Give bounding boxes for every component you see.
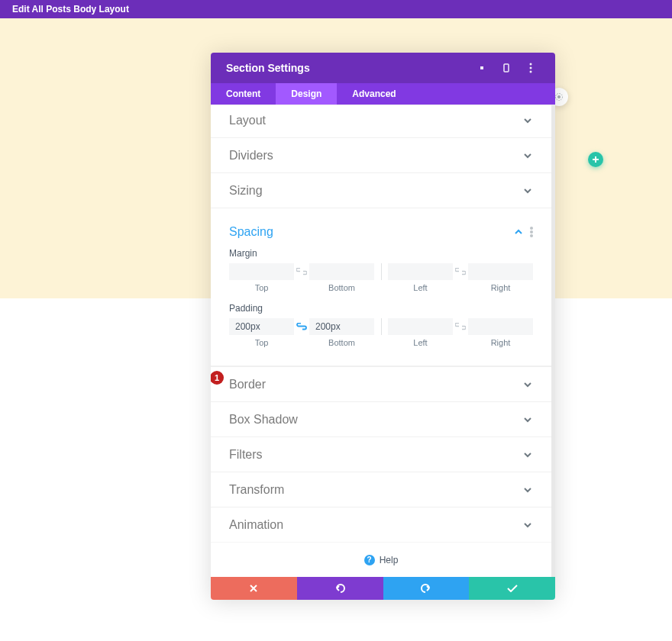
svg-point-5 — [530, 67, 532, 69]
padding-label: Padding — [229, 303, 533, 314]
margin-top-input[interactable] — [229, 263, 294, 280]
help-label: Help — [380, 555, 399, 565]
accordion-filters[interactable]: Filters — [211, 436, 551, 472]
spacing-panel: Margin — [211, 242, 551, 366]
chevron-down-icon — [522, 449, 533, 460]
chevron-down-icon — [522, 379, 533, 390]
scrollbar[interactable] — [551, 105, 555, 577]
caption-left: Left — [388, 338, 453, 347]
svg-rect-2 — [480, 66, 483, 69]
padding-bottom-input[interactable] — [309, 318, 374, 335]
padding-left-input[interactable] — [388, 318, 453, 335]
undo-button[interactable] — [297, 577, 383, 600]
separator — [374, 318, 388, 335]
padding-top-input[interactable] — [229, 318, 294, 335]
accordion-box-shadow[interactable]: Box Shadow — [211, 401, 551, 436]
accordion-label: Transform — [229, 483, 522, 497]
undo-icon — [334, 583, 345, 594]
svg-point-6 — [530, 71, 532, 73]
accordion-label: Layout — [229, 114, 522, 127]
accordion-spacing[interactable]: Spacing — [211, 208, 551, 242]
caption-top: Top — [229, 283, 294, 292]
accordion-label: Sizing — [229, 184, 522, 198]
margin-left-input[interactable] — [388, 263, 453, 280]
margin-label: Margin — [229, 248, 533, 259]
save-button[interactable] — [469, 577, 555, 600]
chevron-down-icon — [522, 150, 533, 161]
fullscreen-icon[interactable] — [473, 59, 491, 77]
close-icon — [250, 585, 257, 592]
accordion-label: Filters — [229, 448, 522, 462]
caption-right: Right — [468, 338, 533, 347]
accordion-label: Spacing — [229, 225, 513, 239]
help-row[interactable]: ? Help — [211, 542, 551, 577]
chevron-down-icon — [522, 185, 533, 196]
caption-top: Top — [229, 338, 294, 347]
tab-content[interactable]: Content — [211, 83, 276, 105]
chevron-down-icon — [522, 414, 533, 425]
modal-tabs: Content Design Advanced — [211, 83, 555, 105]
redo-icon — [421, 583, 431, 594]
cancel-button[interactable] — [211, 577, 297, 600]
accordion-transform[interactable]: Transform — [211, 472, 551, 507]
add-section-fab[interactable] — [588, 152, 603, 167]
accordion-border[interactable]: Border — [211, 366, 551, 401]
accordion-label: Border — [229, 378, 522, 391]
chevron-down-icon — [522, 115, 533, 126]
chevron-up-icon — [513, 227, 524, 237]
tab-design[interactable]: Design — [276, 83, 337, 105]
caption-right: Right — [468, 283, 533, 292]
margin-bottom-input[interactable] — [309, 263, 374, 280]
accordion-label: Box Shadow — [229, 413, 522, 427]
caption-left: Left — [388, 283, 453, 292]
responsive-icon[interactable] — [497, 59, 515, 77]
admin-top-bar: Edit All Posts Body Layout — [0, 0, 672, 18]
tab-advanced[interactable]: Advanced — [337, 83, 411, 105]
svg-point-0 — [557, 95, 561, 98]
modal-header: Section Settings — [211, 53, 555, 83]
accordion-options-icon[interactable] — [530, 227, 533, 237]
link-icon[interactable] — [295, 318, 309, 335]
accordion-sizing[interactable]: Sizing — [211, 172, 551, 208]
caption-bottom: Bottom — [309, 283, 374, 292]
link-icon[interactable] — [454, 318, 467, 335]
padding-right-input[interactable] — [468, 318, 533, 335]
accordion-label: Dividers — [229, 149, 522, 163]
svg-point-4 — [530, 63, 532, 66]
separator — [374, 263, 388, 280]
section-settings-modal: Section Settings Content Design Advanced… — [211, 53, 555, 600]
accordion-layout[interactable]: Layout — [211, 105, 551, 137]
accordion-label: Animation — [229, 518, 522, 532]
margin-right-input[interactable] — [468, 263, 533, 280]
help-icon: ? — [364, 555, 375, 565]
accordion-animation[interactable]: Animation — [211, 507, 551, 542]
chevron-down-icon — [522, 485, 533, 495]
svg-rect-3 — [504, 64, 509, 72]
accordion-dividers[interactable]: Dividers — [211, 137, 551, 172]
caption-bottom: Bottom — [309, 338, 374, 347]
page-title: Edit All Posts Body Layout — [12, 4, 129, 14]
modal-title: Section Settings — [226, 62, 467, 74]
link-icon[interactable] — [454, 263, 467, 280]
check-icon — [507, 585, 518, 592]
chevron-down-icon — [522, 520, 533, 530]
link-icon[interactable] — [295, 263, 309, 280]
redo-button[interactable] — [383, 577, 470, 600]
modal-body: 1 Layout Dividers Sizing Spacing — [211, 105, 551, 577]
more-icon[interactable] — [522, 59, 540, 77]
modal-footer — [211, 577, 555, 600]
